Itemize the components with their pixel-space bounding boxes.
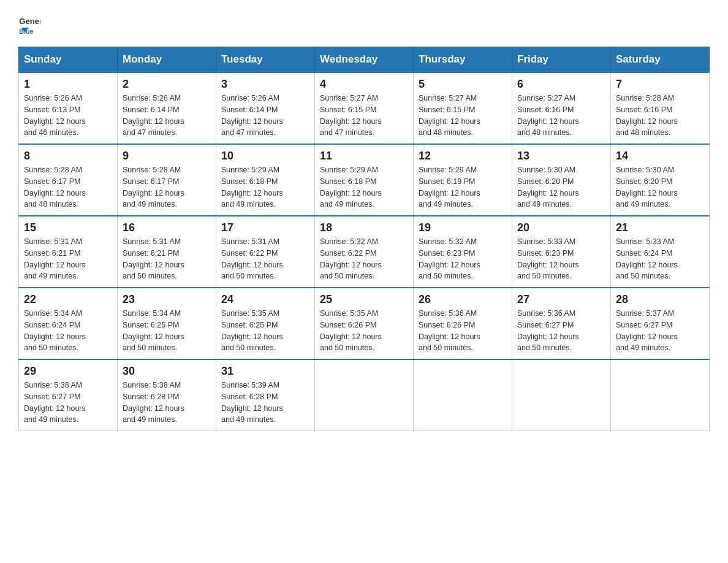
day-info: Sunrise: 5:28 AMSunset: 6:17 PMDaylight:… [24, 166, 86, 209]
day-info: Sunrise: 5:34 AMSunset: 6:24 PMDaylight:… [24, 309, 86, 352]
day-info: Sunrise: 5:31 AMSunset: 6:22 PMDaylight:… [221, 237, 283, 280]
calendar-week-1: 1 Sunrise: 5:26 AMSunset: 6:13 PMDayligh… [19, 72, 710, 144]
day-info: Sunrise: 5:29 AMSunset: 6:18 PMDaylight:… [221, 166, 283, 209]
calendar-week-4: 22 Sunrise: 5:34 AMSunset: 6:24 PMDaylig… [19, 288, 710, 359]
day-info: Sunrise: 5:29 AMSunset: 6:19 PMDaylight:… [419, 166, 480, 209]
day-info: Sunrise: 5:38 AMSunset: 6:28 PMDaylight:… [123, 381, 184, 424]
day-info: Sunrise: 5:36 AMSunset: 6:27 PMDaylight:… [517, 309, 579, 352]
day-info: Sunrise: 5:38 AMSunset: 6:27 PMDaylight:… [24, 381, 86, 424]
logo-icon: General Blue [18, 12, 40, 34]
calendar-body: 1 Sunrise: 5:26 AMSunset: 6:13 PMDayligh… [19, 72, 710, 431]
day-number: 21 [616, 221, 704, 234]
calendar-cell: 21 Sunrise: 5:33 AMSunset: 6:24 PMDaylig… [611, 216, 710, 288]
day-number: 1 [24, 78, 112, 91]
day-number: 3 [221, 78, 309, 91]
calendar-cell: 12 Sunrise: 5:29 AMSunset: 6:19 PMDaylig… [414, 144, 512, 216]
day-number: 18 [320, 221, 408, 234]
svg-text:General: General [19, 17, 40, 26]
day-number: 7 [616, 78, 704, 91]
day-number: 17 [221, 221, 309, 234]
day-number: 27 [517, 293, 605, 306]
calendar-cell: 26 Sunrise: 5:36 AMSunset: 6:26 PMDaylig… [414, 288, 512, 359]
header-wednesday: Wednesday [315, 47, 414, 73]
calendar-cell: 20 Sunrise: 5:33 AMSunset: 6:23 PMDaylig… [512, 216, 611, 288]
calendar-cell: 13 Sunrise: 5:30 AMSunset: 6:20 PMDaylig… [512, 144, 611, 216]
day-info: Sunrise: 5:29 AMSunset: 6:18 PMDaylight:… [320, 166, 382, 209]
day-info: Sunrise: 5:28 AMSunset: 6:17 PMDaylight:… [123, 166, 184, 209]
calendar-cell: 2 Sunrise: 5:26 AMSunset: 6:14 PMDayligh… [118, 72, 216, 144]
calendar-cell: 23 Sunrise: 5:34 AMSunset: 6:25 PMDaylig… [118, 288, 216, 359]
calendar-cell: 6 Sunrise: 5:27 AMSunset: 6:16 PMDayligh… [512, 72, 611, 144]
calendar-cell: 15 Sunrise: 5:31 AMSunset: 6:21 PMDaylig… [19, 216, 118, 288]
calendar-cell [414, 359, 512, 431]
day-number: 29 [24, 365, 112, 378]
day-info: Sunrise: 5:28 AMSunset: 6:16 PMDaylight:… [616, 94, 678, 137]
day-number: 5 [419, 78, 507, 91]
calendar-cell: 28 Sunrise: 5:37 AMSunset: 6:27 PMDaylig… [611, 288, 710, 359]
day-info: Sunrise: 5:26 AMSunset: 6:14 PMDaylight:… [221, 94, 283, 137]
logo: General Blue [18, 12, 42, 34]
calendar-cell [512, 359, 611, 431]
day-info: Sunrise: 5:27 AMSunset: 6:15 PMDaylight:… [320, 94, 382, 137]
calendar-cell: 14 Sunrise: 5:30 AMSunset: 6:20 PMDaylig… [611, 144, 710, 216]
calendar-week-5: 29 Sunrise: 5:38 AMSunset: 6:27 PMDaylig… [19, 359, 710, 431]
calendar-cell: 25 Sunrise: 5:35 AMSunset: 6:26 PMDaylig… [315, 288, 414, 359]
day-number: 2 [123, 78, 211, 91]
calendar-cell: 3 Sunrise: 5:26 AMSunset: 6:14 PMDayligh… [216, 72, 315, 144]
header-sunday: Sunday [19, 47, 118, 73]
calendar-cell: 22 Sunrise: 5:34 AMSunset: 6:24 PMDaylig… [19, 288, 118, 359]
day-number: 30 [123, 365, 211, 378]
day-number: 19 [419, 221, 507, 234]
calendar-week-2: 8 Sunrise: 5:28 AMSunset: 6:17 PMDayligh… [19, 144, 710, 216]
calendar-cell: 11 Sunrise: 5:29 AMSunset: 6:18 PMDaylig… [315, 144, 414, 216]
day-number: 4 [320, 78, 408, 91]
calendar-week-3: 15 Sunrise: 5:31 AMSunset: 6:21 PMDaylig… [19, 216, 710, 288]
calendar-cell: 7 Sunrise: 5:28 AMSunset: 6:16 PMDayligh… [611, 72, 710, 144]
day-number: 24 [221, 293, 309, 306]
calendar-cell: 24 Sunrise: 5:35 AMSunset: 6:25 PMDaylig… [216, 288, 315, 359]
day-info: Sunrise: 5:32 AMSunset: 6:22 PMDaylight:… [320, 237, 382, 280]
header-thursday: Thursday [414, 47, 512, 73]
day-number: 9 [123, 150, 211, 163]
day-number: 25 [320, 293, 408, 306]
day-info: Sunrise: 5:30 AMSunset: 6:20 PMDaylight:… [517, 166, 579, 209]
day-info: Sunrise: 5:35 AMSunset: 6:25 PMDaylight:… [221, 309, 283, 352]
weekday-row: Sunday Monday Tuesday Wednesday Thursday… [19, 47, 710, 73]
calendar-table: Sunday Monday Tuesday Wednesday Thursday… [18, 47, 710, 431]
day-number: 13 [517, 150, 605, 163]
day-info: Sunrise: 5:35 AMSunset: 6:26 PMDaylight:… [320, 309, 382, 352]
calendar-cell: 17 Sunrise: 5:31 AMSunset: 6:22 PMDaylig… [216, 216, 315, 288]
day-info: Sunrise: 5:36 AMSunset: 6:26 PMDaylight:… [419, 309, 480, 352]
calendar-cell: 29 Sunrise: 5:38 AMSunset: 6:27 PMDaylig… [19, 359, 118, 431]
day-number: 20 [517, 221, 605, 234]
calendar-cell: 4 Sunrise: 5:27 AMSunset: 6:15 PMDayligh… [315, 72, 414, 144]
day-number: 6 [517, 78, 605, 91]
calendar-cell: 27 Sunrise: 5:36 AMSunset: 6:27 PMDaylig… [512, 288, 611, 359]
calendar-cell: 16 Sunrise: 5:31 AMSunset: 6:21 PMDaylig… [118, 216, 216, 288]
day-number: 14 [616, 150, 704, 163]
day-info: Sunrise: 5:32 AMSunset: 6:23 PMDaylight:… [419, 237, 480, 280]
calendar-cell: 5 Sunrise: 5:27 AMSunset: 6:15 PMDayligh… [414, 72, 512, 144]
day-number: 8 [24, 150, 112, 163]
svg-text:Blue: Blue [19, 28, 33, 34]
calendar-cell: 18 Sunrise: 5:32 AMSunset: 6:22 PMDaylig… [315, 216, 414, 288]
day-number: 10 [221, 150, 309, 163]
day-number: 26 [419, 293, 507, 306]
day-info: Sunrise: 5:27 AMSunset: 6:15 PMDaylight:… [419, 94, 480, 137]
day-info: Sunrise: 5:33 AMSunset: 6:24 PMDaylight:… [616, 237, 678, 280]
calendar-cell: 19 Sunrise: 5:32 AMSunset: 6:23 PMDaylig… [414, 216, 512, 288]
day-info: Sunrise: 5:27 AMSunset: 6:16 PMDaylight:… [517, 94, 579, 137]
calendar-cell: 1 Sunrise: 5:26 AMSunset: 6:13 PMDayligh… [19, 72, 118, 144]
day-info: Sunrise: 5:33 AMSunset: 6:23 PMDaylight:… [517, 237, 579, 280]
header-monday: Monday [118, 47, 216, 73]
day-number: 31 [221, 365, 309, 378]
calendar-cell [611, 359, 710, 431]
day-info: Sunrise: 5:34 AMSunset: 6:25 PMDaylight:… [123, 309, 184, 352]
day-info: Sunrise: 5:26 AMSunset: 6:13 PMDaylight:… [24, 94, 86, 137]
day-number: 12 [419, 150, 507, 163]
day-info: Sunrise: 5:30 AMSunset: 6:20 PMDaylight:… [616, 166, 678, 209]
header-friday: Friday [512, 47, 611, 73]
day-number: 11 [320, 150, 408, 163]
day-info: Sunrise: 5:31 AMSunset: 6:21 PMDaylight:… [123, 237, 184, 280]
calendar-cell: 9 Sunrise: 5:28 AMSunset: 6:17 PMDayligh… [118, 144, 216, 216]
